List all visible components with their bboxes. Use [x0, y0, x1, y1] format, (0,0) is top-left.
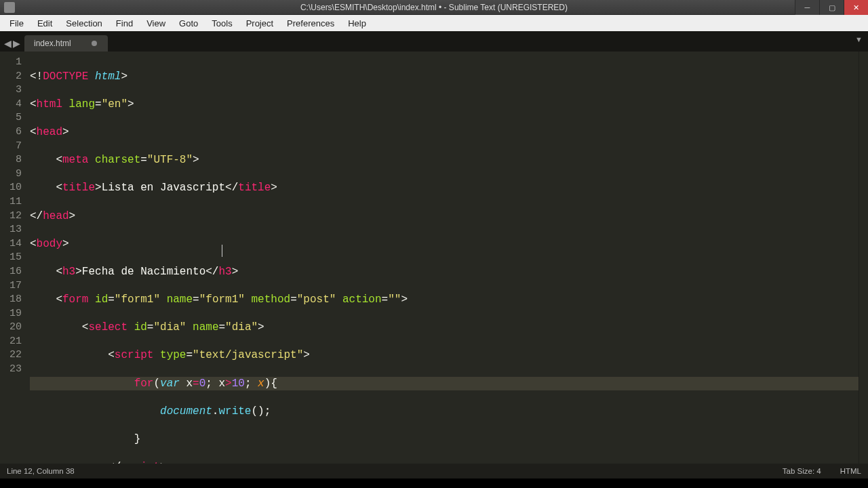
line-number: 17: [0, 279, 22, 293]
code-area[interactable]: <!DOCTYPE html> <html lang="en"> <head> …: [30, 52, 859, 469]
nav-back-icon[interactable]: ◀: [4, 38, 12, 49]
menu-bar: File Edit Selection Find View Goto Tools…: [0, 15, 868, 31]
line-number: 14: [0, 237, 22, 251]
menu-tools[interactable]: Tools: [205, 16, 239, 30]
tab-index-html[interactable]: index.html: [24, 35, 108, 52]
line-number: 8: [0, 153, 22, 167]
dirty-indicator-icon: [92, 41, 97, 46]
tab-nav: ◀ ▶: [3, 38, 24, 52]
code-line: <body>: [30, 237, 859, 251]
line-number: 10: [0, 181, 22, 195]
line-number: 16: [0, 265, 22, 279]
code-line: document.write();: [30, 405, 859, 419]
line-number: 13: [0, 223, 22, 237]
line-number: 6: [0, 125, 22, 140]
code-line: <title>Lista en Javascript</title>: [30, 181, 859, 195]
line-number: 7: [0, 140, 22, 154]
tab-label: index.html: [34, 39, 71, 48]
menu-preferences[interactable]: Preferences: [280, 16, 341, 30]
code-line: <meta charset="UTF-8">: [30, 153, 859, 167]
menu-project[interactable]: Project: [239, 16, 280, 30]
menu-help[interactable]: Help: [341, 16, 373, 30]
window-titlebar: C:\Users\ESMITH\Desktop\index.html • - S…: [0, 0, 868, 15]
code-line: <head>: [30, 125, 859, 140]
tab-dropdown-icon[interactable]: ▼: [855, 35, 863, 43]
line-number: 5: [0, 111, 22, 125]
close-button[interactable]: ✕: [844, 0, 868, 15]
window-title: C:\Users\ESMITH\Desktop\index.html • - S…: [0, 3, 868, 12]
line-number: 15: [0, 251, 22, 265]
status-position[interactable]: Line 12, Column 38: [7, 467, 783, 475]
line-number: 2: [0, 70, 22, 84]
text-cursor-icon: [222, 245, 222, 257]
line-number: 19: [0, 307, 22, 321]
code-line: <!DOCTYPE html>: [30, 70, 859, 84]
menu-view[interactable]: View: [140, 16, 172, 30]
minimap[interactable]: [859, 52, 868, 469]
minimize-button[interactable]: ─: [795, 0, 819, 15]
line-number: 20: [0, 321, 22, 335]
menu-edit[interactable]: Edit: [31, 16, 59, 30]
line-number: 23: [0, 363, 22, 377]
menu-file[interactable]: File: [3, 16, 31, 30]
line-number: 3: [0, 83, 22, 98]
code-line: <h3>Fecha de Nacimiento</h3>: [30, 265, 859, 279]
menu-selection[interactable]: Selection: [59, 16, 108, 30]
code-line: </head>: [30, 209, 859, 224]
line-number: 1: [0, 56, 22, 70]
code-line-active: for(var x=0; x>10; x){: [30, 377, 859, 391]
maximize-button[interactable]: ▢: [819, 0, 844, 15]
code-line: <select id="dia" name="dia">: [30, 321, 859, 335]
line-number: 4: [0, 98, 22, 112]
editor[interactable]: 1 2 3 4 5 6 7 8 9 10 11 12 13 14 15 16 1…: [0, 52, 868, 469]
line-number: 18: [0, 293, 22, 307]
window-controls: ─ ▢ ✕: [795, 0, 868, 15]
line-gutter: 1 2 3 4 5 6 7 8 9 10 11 12 13 14 15 16 1…: [0, 52, 30, 469]
nav-forward-icon[interactable]: ▶: [13, 38, 20, 49]
code-line: <form id="form1" name="form1" method="po…: [30, 293, 859, 307]
line-number: 22: [0, 348, 22, 363]
code-line: }: [30, 432, 859, 447]
menu-find[interactable]: Find: [109, 16, 140, 30]
line-number: 11: [0, 195, 22, 209]
code-line: <script type="text/javascript">: [30, 348, 859, 363]
app-icon: [4, 2, 15, 13]
bottom-strip: [0, 479, 868, 488]
status-syntax[interactable]: HTML: [840, 467, 861, 475]
line-number: 21: [0, 335, 22, 349]
tab-bar: ◀ ▶ index.html ▼: [0, 31, 868, 52]
menu-goto[interactable]: Goto: [172, 16, 205, 30]
line-number: 12: [0, 209, 22, 224]
line-number: 9: [0, 167, 22, 182]
code-line: <html lang="en">: [30, 98, 859, 112]
status-bar: Line 12, Column 38 Tab Size: 4 HTML: [0, 464, 868, 479]
status-tabsize[interactable]: Tab Size: 4: [783, 467, 821, 475]
